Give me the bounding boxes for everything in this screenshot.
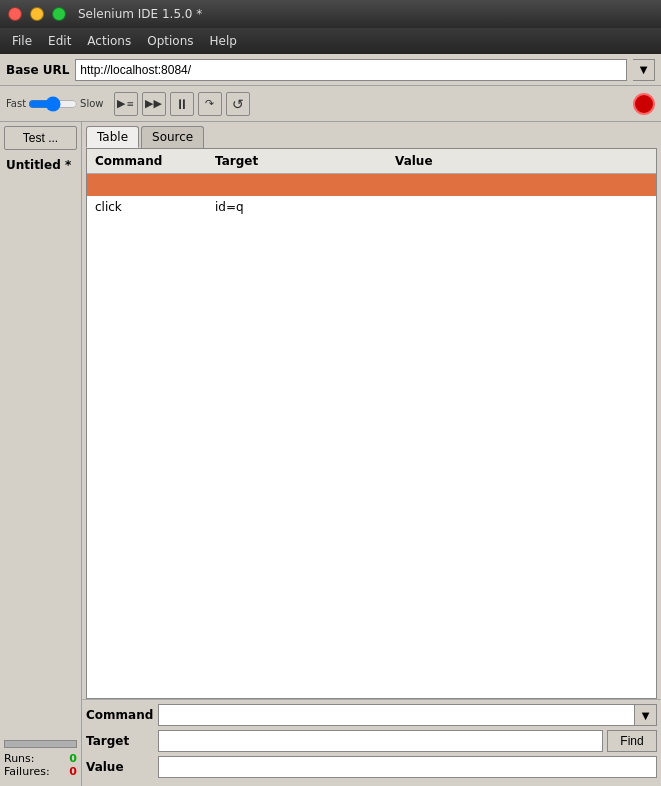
tab-bar: Table Source [82,122,661,148]
main-area: Test ... Untitled * Runs: 0 Failures: 0 … [0,122,661,786]
table-row[interactable] [87,174,656,196]
target-input[interactable] [158,730,603,752]
play-suite-icon: ▶ [117,97,125,110]
speed-slow-label: Slow [80,98,103,109]
step-icon: ↷ [205,97,214,110]
menu-bar: File Edit Actions Options Help [0,28,661,54]
maximize-button[interactable] [52,7,66,21]
menu-options[interactable]: Options [139,31,201,51]
tab-source[interactable]: Source [141,126,204,148]
step-button[interactable]: ↷ [198,92,222,116]
value-label: Value [86,760,158,774]
command-row: Command ▼ [86,704,657,726]
pause-icon: ⏸ [175,96,189,112]
cell-target-2: id=q [207,198,387,216]
table-row[interactable]: click id=q [87,196,656,218]
cell-command-2: click [87,198,207,216]
cell-command-1 [87,183,207,187]
toolbar: Fast Slow ▶≡ ▶▶ ⏸ ↷ ↺ [0,86,661,122]
pause-button[interactable]: ⏸ [170,92,194,116]
right-panel: Table Source Command Target Value click [82,122,661,786]
runs-row: Runs: 0 [4,752,77,765]
minimize-button[interactable] [30,7,44,21]
column-header-value: Value [387,152,656,170]
chevron-down-icon: ▼ [640,64,648,75]
menu-edit[interactable]: Edit [40,31,79,51]
base-url-bar: Base URL ▼ [0,54,661,86]
window-title: Selenium IDE 1.5.0 * [78,7,202,21]
speed-slider[interactable] [28,97,78,111]
runs-value: 0 [69,752,77,765]
refresh-button[interactable]: ↺ [226,92,250,116]
base-url-input[interactable] [75,59,627,81]
target-row: Target Find [86,730,657,752]
refresh-icon: ↺ [232,96,244,112]
command-input[interactable] [158,704,635,726]
command-label: Command [86,708,158,722]
chevron-down-icon: ▼ [642,710,650,721]
tab-table[interactable]: Table [86,126,139,148]
menu-help[interactable]: Help [202,31,245,51]
value-input[interactable] [158,756,657,778]
speed-area: Fast Slow [6,97,104,111]
value-row: Value [86,756,657,778]
untitled-label: Untitled * [4,156,77,174]
target-label: Target [86,734,158,748]
play-all-icon: ▶▶ [145,97,162,110]
test-button[interactable]: Test ... [4,126,77,150]
table-header: Command Target Value [87,149,656,174]
column-header-command: Command [87,152,207,170]
command-dropdown[interactable]: ▼ [635,704,657,726]
failures-value: 0 [69,765,77,778]
column-header-target: Target [207,152,387,170]
left-panel: Test ... Untitled * Runs: 0 Failures: 0 [0,122,82,786]
runs-label: Runs: [4,752,35,765]
table-body: click id=q [87,174,656,698]
play-suite-button[interactable]: ▶≡ [114,92,138,116]
speed-fast-label: Fast [6,98,26,109]
menu-file[interactable]: File [4,31,40,51]
progress-bar [4,740,77,748]
failures-label: Failures: [4,765,50,778]
command-table: Command Target Value click id=q [86,148,657,699]
menu-actions[interactable]: Actions [79,31,139,51]
runs-failures: Runs: 0 Failures: 0 [4,732,77,782]
base-url-dropdown[interactable]: ▼ [633,59,655,81]
base-url-label: Base URL [6,63,69,77]
play-all-button[interactable]: ▶▶ [142,92,166,116]
cell-value-1 [387,183,656,187]
cell-value-2 [387,205,656,209]
cell-target-1 [207,183,387,187]
find-button[interactable]: Find [607,730,657,752]
record-button[interactable] [633,93,655,115]
close-button[interactable] [8,7,22,21]
failures-row: Failures: 0 [4,765,77,778]
title-bar: Selenium IDE 1.5.0 * [0,0,661,28]
input-area: Command ▼ Target Find Value [82,699,661,786]
